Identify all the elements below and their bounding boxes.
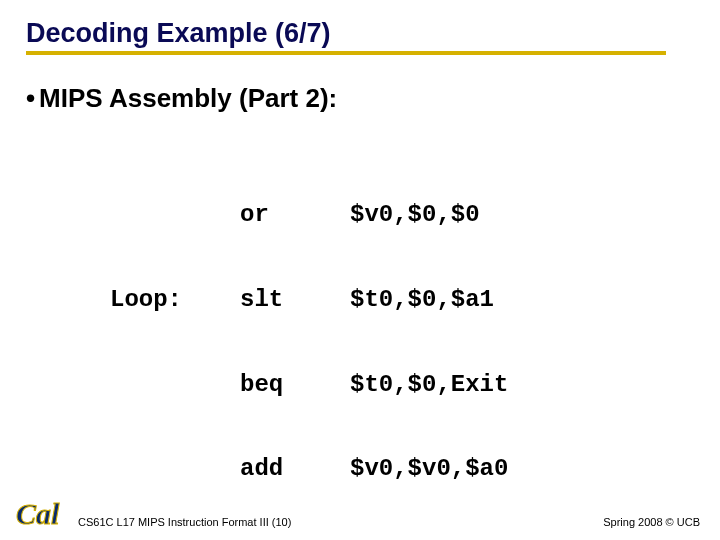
footer-left: CS61C L17 MIPS Instruction Format III (1… (78, 516, 291, 528)
bullet-1: •MIPS Assembly (Part 2): (26, 83, 694, 114)
bullet-dot: • (26, 83, 35, 114)
footer-right: Spring 2008 © UCB (603, 516, 700, 528)
cal-logo: Cal (14, 494, 70, 534)
code-instr: add (240, 455, 350, 483)
footer: CS61C L17 MIPS Instruction Format III (1… (0, 516, 720, 528)
code-instr: slt (240, 286, 350, 314)
code-args: $v0,$0,$0 (350, 201, 480, 229)
code-row: or$v0,$0,$0 (110, 201, 694, 229)
code-row: beq$t0,$0,Exit (110, 371, 694, 399)
code-instr: or (240, 201, 350, 229)
code-args: $t0,$0,$a1 (350, 286, 494, 314)
code-row: add$v0,$v0,$a0 (110, 455, 694, 483)
bullet-1-text: MIPS Assembly (Part 2): (39, 83, 337, 113)
code-row: Loop:slt$t0,$0,$a1 (110, 286, 694, 314)
code-label (110, 201, 240, 229)
code-block: or$v0,$0,$0 Loop:slt$t0,$0,$a1 beq$t0,$0… (110, 144, 694, 540)
code-label: Loop: (110, 286, 240, 314)
slide-title: Decoding Example (6/7) (26, 18, 666, 55)
code-args: $t0,$0,Exit (350, 371, 508, 399)
code-label (110, 455, 240, 483)
code-label (110, 371, 240, 399)
code-instr: beq (240, 371, 350, 399)
code-args: $v0,$v0,$a0 (350, 455, 508, 483)
